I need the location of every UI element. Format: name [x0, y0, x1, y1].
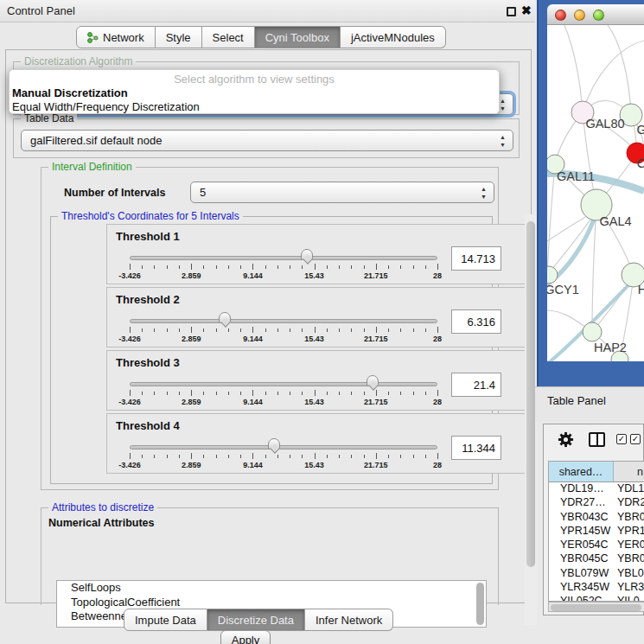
- table-row[interactable]: YIL052CYIL0: [549, 595, 644, 602]
- columns-icon[interactable]: [589, 432, 605, 447]
- slider-track[interactable]: [130, 382, 437, 386]
- cell-shared-name[interactable]: YBL079W: [549, 567, 614, 581]
- tick-mark: [315, 453, 316, 459]
- table-hscrollbar[interactable]: [548, 602, 644, 612]
- column-header-shared-name[interactable]: shared…: [549, 462, 614, 481]
- table-row[interactable]: YBL079WYBL0: [549, 567, 644, 581]
- cell-shared-name[interactable]: YER054C: [549, 539, 614, 552]
- threshold-value-field[interactable]: 21.4: [451, 373, 501, 397]
- checkbox-icon[interactable]: ✓: [630, 434, 641, 444]
- slider-handle[interactable]: [219, 312, 231, 323]
- cell-name[interactable]: YLR3: [614, 581, 644, 595]
- tick-mark: [364, 455, 365, 458]
- threshold-value-field[interactable]: 11.344: [451, 436, 501, 460]
- tick-label: 2.859: [182, 461, 201, 469]
- slider-handle[interactable]: [268, 438, 280, 450]
- threshold-value-field[interactable]: 14.713: [451, 246, 501, 271]
- num-intervals-combo[interactable]: 5 ▲▼: [190, 182, 494, 203]
- float-window-icon[interactable]: [507, 7, 516, 16]
- attribute-list-item[interactable]: TopologicalCoefficient: [57, 596, 486, 610]
- cell-name[interactable]: YDR2: [614, 496, 644, 510]
- attribute-list-item[interactable]: SelfLoops: [57, 581, 486, 596]
- tab-select[interactable]: Select: [202, 26, 255, 48]
- tick-mark: [315, 390, 316, 396]
- tick-mark: [315, 264, 316, 270]
- network-node[interactable]: [583, 322, 602, 341]
- slider-track[interactable]: [130, 445, 437, 450]
- close-icon[interactable]: ✖: [521, 3, 532, 17]
- tick-label: 15.43: [304, 271, 324, 280]
- tab-network[interactable]: Network: [76, 26, 156, 48]
- combo-arrows-icon: ▲▼: [500, 133, 506, 149]
- tick-label: 28: [433, 271, 442, 280]
- gear-icon[interactable]: [558, 431, 574, 448]
- popup-item-equal-width[interactable]: Equal Width/Frequency Discretization: [10, 99, 499, 113]
- cell-shared-name[interactable]: YBR043C: [549, 511, 614, 525]
- slider-handle[interactable]: [301, 249, 313, 260]
- tick-mark: [290, 392, 290, 395]
- slider-track[interactable]: [130, 256, 437, 260]
- tab-infer-network[interactable]: Infer Network: [305, 609, 393, 631]
- tick-mark: [154, 392, 155, 395]
- table-row[interactable]: YDR27…YDR2: [549, 496, 644, 510]
- cell-name[interactable]: YBR0: [614, 511, 644, 525]
- table-row[interactable]: YER054CYER0: [549, 539, 644, 552]
- group-title: Interval Definition: [48, 161, 136, 173]
- tab-impute-data[interactable]: Impute Data: [124, 609, 207, 631]
- list-scrollbar[interactable]: [476, 583, 484, 625]
- cell-shared-name[interactable]: YPR145W: [549, 525, 614, 539]
- popup-item-manual-discretization[interactable]: Manual Discretization: [10, 86, 499, 99]
- slider-track[interactable]: [130, 319, 437, 323]
- tick-mark: [376, 453, 377, 459]
- table-row[interactable]: YBR045CYBR0: [549, 552, 644, 566]
- threshold-value-field[interactable]: 6.316: [451, 309, 501, 334]
- slider-handle[interactable]: [367, 375, 379, 386]
- tick-mark: [364, 265, 365, 269]
- tick-mark: [130, 264, 131, 270]
- tick-mark: [339, 265, 340, 269]
- cell-name[interactable]: YPR1: [614, 525, 644, 539]
- network-window-titlebar[interactable]: [547, 4, 644, 25]
- minimize-traffic-light[interactable]: [574, 10, 585, 21]
- table-row[interactable]: YBR043CYBR0: [549, 511, 644, 525]
- cell-shared-name[interactable]: YIL052C: [549, 595, 614, 602]
- network-node[interactable]: [547, 266, 558, 284]
- node-label: H: [638, 283, 644, 296]
- zoom-traffic-light[interactable]: [593, 10, 604, 21]
- tick-mark: [130, 327, 131, 333]
- cell-shared-name[interactable]: YLR345W: [549, 581, 614, 595]
- cell-shared-name[interactable]: YBR045C: [549, 552, 614, 566]
- panel-scrollbar-thumb[interactable]: [526, 221, 535, 567]
- table-data-combo[interactable]: galFiltered.sif default node ▲▼: [21, 130, 513, 151]
- apply-button[interactable]: Apply: [220, 630, 271, 644]
- checkbox-icon[interactable]: ✓: [616, 434, 627, 444]
- tick-mark: [179, 265, 180, 269]
- numerical-attributes-label: Numerical Attributes: [48, 517, 154, 529]
- tab-cyni-toolbox[interactable]: Cyni Toolbox: [255, 26, 341, 48]
- column-header-name[interactable]: n: [614, 462, 644, 481]
- table-row[interactable]: YDL19…YDL1: [549, 482, 644, 496]
- cell-name[interactable]: YBR0: [614, 552, 644, 566]
- cell-shared-name[interactable]: YDR27…: [549, 496, 614, 510]
- tick-mark: [413, 265, 414, 269]
- cell-name[interactable]: YIL0: [614, 595, 644, 602]
- table-hscrollbar-thumb[interactable]: [551, 604, 641, 611]
- table-row[interactable]: YLR345WYLR3: [549, 581, 644, 595]
- tab-jactivemnodules[interactable]: jActiveMNodules: [341, 26, 446, 48]
- tick-mark: [142, 455, 143, 458]
- tick-mark: [351, 455, 352, 458]
- tab-style[interactable]: Style: [156, 26, 202, 48]
- tick-mark: [302, 392, 303, 395]
- cell-name[interactable]: YBL0: [614, 567, 644, 581]
- tab-discretize-data[interactable]: Discretize Data: [207, 609, 305, 631]
- tick-mark: [154, 455, 155, 458]
- network-canvas[interactable]: GAL80GACGAL11GAL4GCY1HHAP2: [547, 25, 644, 361]
- table-row[interactable]: YPR145WYPR1: [549, 525, 644, 539]
- cell-name[interactable]: YER0: [614, 539, 644, 552]
- close-traffic-light[interactable]: [555, 10, 566, 21]
- cell-name[interactable]: YDL1: [614, 482, 644, 496]
- tick-mark: [203, 455, 204, 458]
- table-panel-titlebar: Table Panel: [535, 386, 644, 422]
- tick-mark: [167, 455, 168, 458]
- cell-shared-name[interactable]: YDL19…: [549, 482, 614, 496]
